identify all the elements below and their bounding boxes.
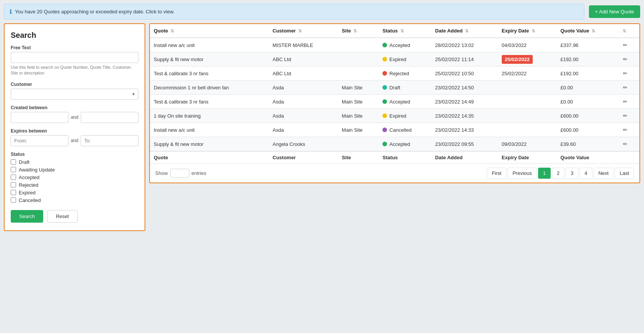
- edit-button[interactable]: ✏: [621, 70, 629, 77]
- edit-button[interactable]: ✏: [621, 112, 629, 120]
- expiry-highlight: 25/02/2022: [502, 55, 533, 64]
- expires-to-input[interactable]: [81, 135, 138, 146]
- quote-value-cell: £337.96: [557, 38, 618, 52]
- checkbox-label-cancelled: Cancelled: [19, 197, 41, 203]
- date-added-cell: 23/02/2022 14:49: [431, 95, 498, 109]
- col-header-expiryDate[interactable]: Expiry Date ⇅: [498, 24, 557, 38]
- sort-icon-quoteValue: ⇅: [592, 29, 595, 33]
- customer-select[interactable]: [11, 89, 138, 100]
- entries-input[interactable]: 10: [170, 169, 189, 178]
- entries-label: entries: [192, 170, 207, 176]
- customer-cell: Asda: [269, 81, 338, 95]
- edit-button[interactable]: ✏: [621, 98, 629, 105]
- col-label-dateAdded: Date Added: [435, 28, 463, 34]
- status-cell: Accepted: [379, 95, 431, 109]
- checkbox-rejected[interactable]: [11, 182, 16, 188]
- table-row: Decommission 1 nr belt driven fan Asda M…: [150, 81, 639, 95]
- quote-cell: Install new a/c unit: [150, 38, 269, 52]
- table-scroll[interactable]: Quote ⇅Customer ⇅Site ⇅Status ⇅Date Adde…: [150, 24, 639, 163]
- expiry-date-cell: [498, 109, 557, 123]
- quote-value-cell: £600.00: [557, 109, 618, 123]
- footer-customer: Customer: [269, 151, 338, 163]
- pagination-page-2[interactable]: 2: [552, 168, 564, 179]
- checkbox-label-rejected: Rejected: [19, 182, 38, 188]
- add-new-quote-button[interactable]: + Add New Quote: [589, 5, 640, 18]
- edit-button[interactable]: ✏: [621, 41, 629, 49]
- created-from-input[interactable]: 01/02/2022: [11, 112, 68, 123]
- status-label: Draft: [389, 85, 400, 91]
- quote-value-cell: £600.00: [557, 123, 618, 137]
- free-text-input[interactable]: [11, 52, 138, 63]
- date-added-cell: 25/02/2022 10:50: [431, 66, 498, 81]
- edit-button[interactable]: ✏: [621, 140, 629, 148]
- date-added-cell: 25/02/2022 11:14: [431, 52, 498, 66]
- quote-value-cell: £39.60: [557, 137, 618, 152]
- table-row: Install new a/c unit MISTER MARBLE Accep…: [150, 38, 639, 52]
- customer-cell: Asda: [269, 123, 338, 137]
- reset-button[interactable]: Reset: [47, 210, 78, 223]
- status-checkbox-draft[interactable]: Draft: [11, 159, 138, 165]
- status-checkbox-expired[interactable]: Expired: [11, 190, 138, 196]
- col-header-quote[interactable]: Quote ⇅: [150, 24, 269, 38]
- expiry-date-cell: 09/03/2022: [498, 137, 557, 152]
- status-checkbox-rejected[interactable]: Rejected: [11, 182, 138, 188]
- customer-cell: MISTER MARBLE: [269, 38, 338, 52]
- table-foot: Quote Customer Site Status Date Added Ex…: [150, 151, 639, 163]
- table-row: Install new a/c unit Asda Main Site Canc…: [150, 123, 639, 137]
- edit-cell: ✏: [618, 38, 639, 52]
- pagination-next[interactable]: Next: [594, 168, 614, 179]
- table-row: Supply & fit new motor Angela Crooks Acc…: [150, 137, 639, 152]
- status-checkbox-cancelled[interactable]: Cancelled: [11, 197, 138, 203]
- search-button[interactable]: Search: [11, 210, 43, 223]
- site-cell: [338, 38, 379, 52]
- edit-cell: ✏: [618, 52, 639, 66]
- col-header-dateAdded[interactable]: Date Added ⇅: [431, 24, 498, 38]
- edit-button[interactable]: ✏: [621, 84, 629, 91]
- pagination-first[interactable]: First: [487, 168, 506, 179]
- checkbox-label-awaiting-update: Awaiting Update: [19, 167, 55, 173]
- status-label: Expired: [389, 113, 406, 119]
- pagination-previous[interactable]: Previous: [507, 168, 537, 179]
- pagination-last[interactable]: Last: [615, 168, 634, 179]
- edit-button[interactable]: ✏: [621, 55, 629, 63]
- col-label-customer: Customer: [273, 28, 296, 34]
- show-entries: Show 10 entries: [155, 169, 207, 178]
- status-dot: [382, 43, 387, 47]
- status-checkbox-accepted[interactable]: Accepted: [11, 175, 138, 180]
- created-to-input[interactable]: 01/03/2022: [81, 112, 138, 123]
- checkbox-cancelled[interactable]: [11, 197, 16, 203]
- col-header-customer[interactable]: Customer ⇅: [269, 24, 338, 38]
- pagination-page-1[interactable]: 1: [538, 168, 551, 179]
- customer-cell: ABC Ltd: [269, 66, 338, 81]
- customer-group: Customer: [11, 82, 138, 100]
- alert-banner[interactable]: ℹ You have 20 Quotes approaching or exce…: [4, 4, 584, 19]
- col-header-status[interactable]: Status ⇅: [379, 24, 431, 38]
- status-checkbox-awaiting-update[interactable]: Awaiting Update: [11, 167, 138, 173]
- status-cell: Expired: [379, 52, 431, 66]
- quotes-table: Quote ⇅Customer ⇅Site ⇅Status ⇅Date Adde…: [150, 24, 639, 163]
- edit-cell: ✏: [618, 66, 639, 81]
- checkbox-accepted[interactable]: [11, 175, 16, 180]
- sort-icon-expiryDate: ⇅: [532, 29, 535, 33]
- checkbox-draft[interactable]: [11, 159, 16, 165]
- edit-button[interactable]: ✏: [621, 126, 629, 134]
- table-panel: Quote ⇅Customer ⇅Site ⇅Status ⇅Date Adde…: [149, 23, 640, 183]
- status-label: Status: [11, 152, 138, 157]
- status-group: Status Draft Awaiting Update Accepted Re…: [11, 152, 138, 203]
- expires-from-input[interactable]: [11, 135, 68, 146]
- edit-cell: ✏: [618, 123, 639, 137]
- status-dot: [382, 128, 387, 132]
- col-header-quoteValue[interactable]: Quote Value ⇅: [557, 24, 618, 38]
- checkbox-awaiting-update[interactable]: [11, 167, 16, 172]
- pagination-page-4[interactable]: 4: [579, 168, 592, 179]
- customer-cell: Asda: [269, 109, 338, 123]
- search-title: Search: [11, 31, 138, 40]
- status-label: Expired: [389, 57, 406, 62]
- site-cell: Main Site: [338, 109, 379, 123]
- checkbox-expired[interactable]: [11, 190, 16, 195]
- col-header-site[interactable]: Site ⇅: [338, 24, 379, 38]
- date-added-cell: 28/02/2022 13:02: [431, 38, 498, 52]
- pagination-page-3[interactable]: 3: [566, 168, 578, 179]
- expires-and-label: and: [71, 138, 78, 143]
- sort-icon-dateAdded: ⇅: [465, 29, 468, 33]
